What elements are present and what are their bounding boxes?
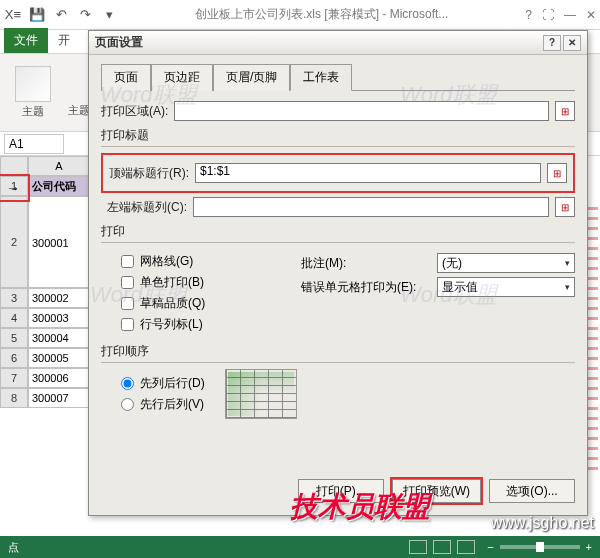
bw-label: 单色打印(B) — [140, 274, 204, 291]
row-header[interactable]: 4 — [0, 308, 28, 328]
zoom-slider[interactable] — [500, 545, 580, 549]
gridlines-checkbox[interactable] — [121, 255, 134, 268]
file-tab[interactable]: 文件 — [4, 28, 48, 53]
errors-value: 显示值 — [442, 279, 478, 296]
name-box[interactable]: A1 — [4, 134, 64, 154]
cell-a8[interactable]: 300007 — [28, 388, 90, 408]
save-icon[interactable]: 💾 — [28, 6, 46, 24]
order-group-label: 打印顺序 — [101, 343, 575, 360]
print-area-label: 打印区域(A): — [101, 103, 168, 120]
cell-a7[interactable]: 300006 — [28, 368, 90, 388]
window-controls: ? ⛶ — ✕ — [525, 8, 596, 22]
themes-label: 主题 — [8, 104, 58, 119]
chevron-down-icon: ▾ — [565, 258, 570, 268]
print-titles-group-label: 打印标题 — [101, 127, 575, 144]
row-header[interactable]: 3 — [0, 288, 28, 308]
tab-margins[interactable]: 页边距 — [151, 64, 213, 91]
window-title: 创业板上市公司列表.xls [兼容模式] - Microsoft... — [118, 6, 525, 23]
row-select-arrow-icon: → — [6, 180, 20, 196]
redo-icon[interactable]: ↷ — [76, 6, 94, 24]
row-header[interactable]: 7 — [0, 368, 28, 388]
tab-headerfooter[interactable]: 页眉/页脚 — [213, 64, 290, 91]
row-header[interactable]: 2 — [0, 196, 28, 288]
dialog-title: 页面设置 — [95, 34, 143, 51]
draft-checkbox[interactable] — [121, 297, 134, 310]
row-header[interactable]: 6 — [0, 348, 28, 368]
print-button[interactable]: 打印(P)... — [298, 479, 384, 503]
print-preview-button[interactable]: 打印预览(W) — [392, 479, 481, 503]
layout-view-icon[interactable] — [433, 540, 451, 554]
dialog-help-icon[interactable]: ? — [543, 35, 561, 51]
cell-a3[interactable]: 300002 — [28, 288, 90, 308]
zoom-thumb[interactable] — [536, 542, 544, 552]
cell-a1[interactable]: 公司代码 — [28, 176, 90, 196]
page-setup-dialog: 页面设置 ? ✕ 页面 页边距 页眉/页脚 工作表 打印区域(A): ⊞ 打印标… — [88, 30, 588, 516]
row-header[interactable]: 5 — [0, 328, 28, 348]
dialog-buttons: 打印(P)... 打印预览(W) 选项(O)... — [298, 479, 575, 503]
close-icon[interactable]: ✕ — [586, 8, 596, 22]
errors-select[interactable]: 显示值▾ — [437, 277, 575, 297]
url-watermark: www.jsgho.net — [491, 514, 594, 532]
zoom-in-icon[interactable]: + — [586, 541, 592, 553]
themes-group-label: 主题 — [68, 103, 90, 118]
chevron-down-icon: ▾ — [565, 282, 570, 292]
comments-value: (无) — [442, 255, 462, 272]
dialog-titlebar[interactable]: 页面设置 ? ✕ — [89, 31, 587, 55]
down-over-label: 先列后行(D) — [140, 375, 205, 392]
cell-a5[interactable]: 300004 — [28, 328, 90, 348]
rows-repeat-input[interactable]: $1:$1 — [195, 163, 541, 183]
themes-group-caption: 主题 — [68, 103, 90, 118]
tab-sheet[interactable]: 工作表 — [290, 64, 352, 91]
zoom-out-icon[interactable]: − — [487, 541, 493, 553]
status-bar: 点 − + — [0, 536, 600, 558]
cols-repeat-input[interactable] — [193, 197, 549, 217]
draft-label: 草稿品质(Q) — [140, 295, 205, 312]
cell-a2[interactable]: 300001 — [28, 196, 90, 288]
tab-page[interactable]: 页面 — [101, 64, 151, 91]
over-down-radio[interactable] — [121, 398, 134, 411]
gridlines-label: 网格线(G) — [140, 253, 193, 270]
select-all-corner[interactable] — [0, 156, 28, 176]
pagebreak-view-icon[interactable] — [457, 540, 475, 554]
print-area-input[interactable] — [174, 101, 549, 121]
print-area-picker-icon[interactable]: ⊞ — [555, 101, 575, 121]
titlebar: X≡ 💾 ↶ ↷ ▾ 创业板上市公司列表.xls [兼容模式] - Micros… — [0, 0, 600, 30]
cols-repeat-picker-icon[interactable]: ⊞ — [555, 197, 575, 217]
status-mode: 点 — [8, 540, 19, 555]
dialog-tabstrip: 页面 页边距 页眉/页脚 工作表 — [101, 63, 575, 91]
bw-checkbox[interactable] — [121, 276, 134, 289]
undo-icon[interactable]: ↶ — [52, 6, 70, 24]
themes-group[interactable]: 主题 — [8, 66, 58, 119]
zoom-control[interactable]: − + — [487, 541, 592, 553]
rows-repeat-label: 顶端标题行(R): — [109, 165, 189, 182]
help-icon[interactable]: ? — [525, 8, 532, 22]
comments-select[interactable]: (无)▾ — [437, 253, 575, 273]
row-header[interactable]: 8 — [0, 388, 28, 408]
cell-a6[interactable]: 300005 — [28, 348, 90, 368]
rowcol-checkbox[interactable] — [121, 318, 134, 331]
excel-icon: X≡ — [4, 6, 22, 24]
dialog-close-icon[interactable]: ✕ — [563, 35, 581, 51]
col-header-a[interactable]: A — [28, 156, 90, 176]
rows-repeat-picker-icon[interactable]: ⊞ — [547, 163, 567, 183]
cell-a4[interactable]: 300003 — [28, 308, 90, 328]
down-over-radio[interactable] — [121, 377, 134, 390]
rowcol-label: 行号列标(L) — [140, 316, 203, 333]
qat-more-icon[interactable]: ▾ — [100, 6, 118, 24]
options-button[interactable]: 选项(O)... — [489, 479, 575, 503]
page-order-graphic — [225, 369, 297, 419]
errors-label: 错误单元格打印为(E): — [301, 279, 431, 296]
minimize-icon[interactable]: — — [564, 8, 576, 22]
home-tab[interactable]: 开 — [50, 28, 78, 53]
rows-repeat-highlight: 顶端标题行(R): $1:$1 ⊞ — [101, 153, 575, 193]
themes-icon — [15, 66, 51, 102]
over-down-label: 先行后列(V) — [140, 396, 204, 413]
quick-access-toolbar: X≡ 💾 ↶ ↷ ▾ — [4, 6, 118, 24]
comments-label: 批注(M): — [301, 255, 431, 272]
fullscreen-icon[interactable]: ⛶ — [542, 8, 554, 22]
cols-repeat-label: 左端标题列(C): — [107, 199, 187, 216]
print-group-label: 打印 — [101, 223, 575, 240]
normal-view-icon[interactable] — [409, 540, 427, 554]
view-switcher[interactable] — [409, 540, 475, 554]
